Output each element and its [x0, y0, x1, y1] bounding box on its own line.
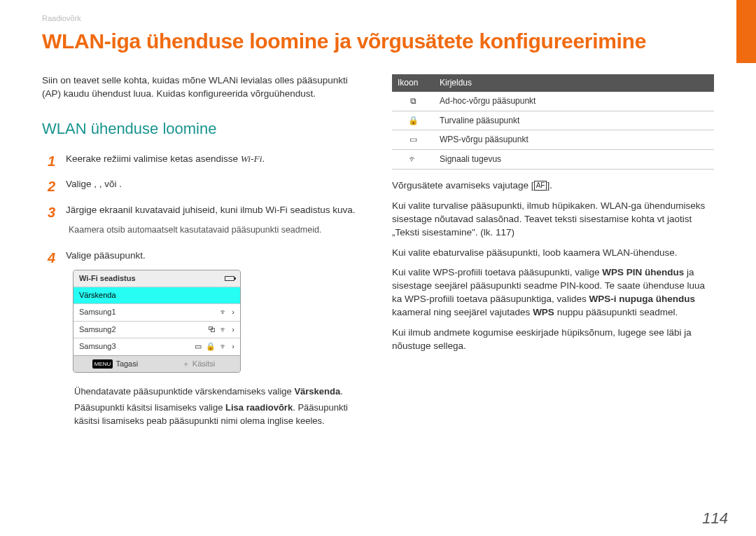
table-header-icon: Ikoon	[392, 74, 434, 92]
wps-lock-signal-chevron-icon: ▭ 🔒 ᯤ ›	[195, 341, 234, 352]
right-p2: Kui valite turvalise pääsupunkti, ilmub …	[392, 200, 714, 240]
signal-icon: ᯤ	[392, 150, 434, 170]
screenshot-refresh-row: Värskenda	[74, 287, 240, 303]
left-column: Siin on teavet selle kohta, kuidas mõne …	[42, 74, 364, 441]
step-2-text: Valige , , või .	[66, 178, 364, 191]
wps-icon: ▭	[392, 130, 434, 150]
wifi-mode-icon: Wi-Fi	[241, 153, 262, 164]
right-p4: Kui valite WPS-profiili toetava pääsupun…	[392, 266, 714, 319]
breadcrumb: Raadiovõrk	[42, 14, 714, 22]
footer-manual: ＋ Käsitsi	[157, 356, 240, 372]
step-3-text: Järgige ekraanil kuvatavaid juhiseid, ku…	[66, 204, 364, 217]
table-header-desc: Kirjeldus	[434, 74, 714, 92]
table-header-row: Ikoon Kirjeldus	[392, 74, 714, 92]
step-number: 4	[48, 248, 55, 268]
intro-text: Siin on teavet selle kohta, kuidas mõne …	[42, 74, 364, 101]
right-p1: Võrgusätete avamiseks vajutage [AF].	[392, 179, 714, 193]
right-p3: Kui valite ebaturvalise pääsupunkti, loo…	[392, 247, 714, 260]
right-column: Ikoon Kirjeldus ⧉ Ad-hoc-võrgu pääsupunk…	[392, 74, 714, 441]
adhoc-icon: ⧉	[392, 92, 434, 111]
page-number: 114	[702, 509, 728, 528]
step-number: 1	[48, 151, 55, 171]
wifi-settings-screenshot: Wi-Fi seadistus Värskenda Samsung1 ᯤ › S…	[73, 270, 241, 373]
screenshot-title-bar: Wi-Fi seadistus	[74, 270, 240, 287]
af-button-icon: AF	[534, 181, 547, 191]
adhoc-signal-chevron-icon: ⧉ ᯤ ›	[208, 324, 234, 335]
step-number: 3	[48, 202, 55, 222]
right-p5: Kui ilmub andmete kogumise eeskirjade hü…	[392, 327, 714, 353]
table-row: 🔒 Turvaline pääsupunkt	[392, 111, 714, 130]
step-1-text: Keerake režiimi valimise ketas asendisse…	[66, 153, 364, 166]
extra-line-2: Pääsupunkti käsitsi lisamiseks valige Li…	[74, 401, 364, 428]
battery-icon	[225, 276, 234, 281]
icon-description-table: Ikoon Kirjeldus ⧉ Ad-hoc-võrgu pääsupunk…	[392, 74, 714, 170]
menu-badge-icon: MENU	[92, 359, 113, 369]
screenshot-ap-row: Samsung2 ⧉ ᯤ ›	[74, 321, 240, 338]
step-4: 4 Valige pääsupunkt. Wi-Fi seadistus Vär…	[48, 249, 364, 428]
step-3-note: Kaamera otsib automaatselt kasutatavaid …	[69, 224, 364, 237]
page-title: WLAN-iga ühenduse loomine ja võrgusätete…	[42, 29, 714, 53]
table-row: ▭ WPS-võrgu pääsupunkt	[392, 130, 714, 150]
screenshot-ap-row: Samsung3 ▭ 🔒 ᯤ ›	[74, 338, 240, 355]
extra-line-1: Ühendatavate pääsupunktide värskendamise…	[74, 385, 364, 399]
step-4-text: Valige pääsupunkt.	[66, 249, 364, 263]
table-row: ᯤ Signaali tugevus	[392, 150, 714, 170]
table-row: ⧉ Ad-hoc-võrgu pääsupunkt	[392, 92, 714, 111]
plus-icon: ＋	[182, 359, 190, 369]
screenshot-ap-row: Samsung1 ᯤ ›	[74, 303, 240, 320]
step-1: 1 Keerake režiimi valimise ketas asendis…	[48, 153, 364, 166]
page-edge-tab	[736, 0, 756, 63]
step-4-extra: Ühendatavate pääsupunktide värskendamise…	[74, 385, 364, 428]
step-number: 2	[48, 177, 55, 196]
signal-chevron-icon: ᯤ ›	[220, 307, 234, 317]
steps-list: 1 Keerake režiimi valimise ketas asendis…	[48, 153, 364, 428]
step-2: 2 Valige , , või .	[48, 178, 364, 191]
screenshot-footer: MENU Tagasi ＋ Käsitsi	[74, 355, 240, 372]
step-3: 3 Järgige ekraanil kuvatavaid juhiseid, …	[48, 204, 364, 236]
footer-back: MENU Tagasi	[74, 356, 157, 372]
lock-icon: 🔒	[392, 111, 434, 130]
section-heading: WLAN ühenduse loomine	[42, 118, 364, 140]
